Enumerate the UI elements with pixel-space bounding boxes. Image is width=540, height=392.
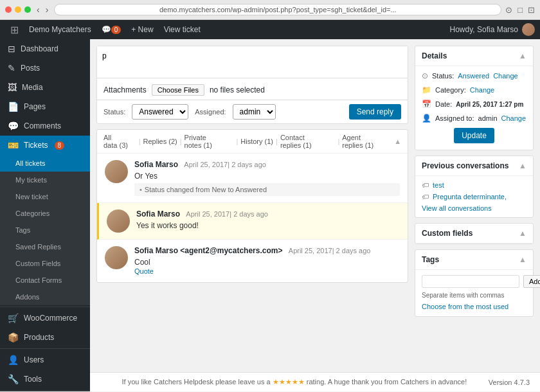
message-date: April 25, 2017| 2 days ago (184, 161, 266, 168)
tab-agent-replies[interactable]: Agent replies (1) (342, 134, 392, 149)
tags-hint: Separate items with commas (422, 292, 526, 299)
sidebar-item-tools[interactable]: 🔧 Tools (0, 370, 90, 389)
message-content: Sofia Marso April 25, 2017| 2 days ago O… (134, 160, 400, 196)
list-item: 🏷 test (422, 181, 526, 189)
left-panel: p Attachments Choose Files no files sele… (96, 46, 408, 366)
tags-input[interactable] (422, 275, 519, 288)
status-value: Answered (458, 72, 489, 80)
tags-input-row: Add (422, 275, 526, 288)
forward-button[interactable]: › (44, 4, 51, 15)
messages-list: Sofia Marso April 25, 2017| 2 days ago O… (97, 154, 408, 282)
custom-fields-toggle[interactable]: ▲ (519, 229, 526, 238)
tab-contact-replies[interactable]: Contact replies (1) (280, 134, 336, 149)
avatar (105, 160, 128, 183)
back-button[interactable]: ‹ (35, 4, 42, 15)
browser-icons: ⊙ □ ⊡ (505, 5, 535, 15)
sidebar-item-comments[interactable]: 💬 Comments (0, 116, 90, 136)
sidebar-item-my-tickets[interactable]: My tickets (0, 172, 90, 188)
custom-fields-panel: Custom fields ▲ (415, 223, 534, 244)
sidebar-item-addons[interactable]: Addons (0, 289, 90, 305)
wp-logo[interactable]: ⊞ (5, 24, 24, 36)
woocommerce-icon: 🛒 (8, 313, 19, 323)
maximize-button[interactable] (24, 6, 31, 13)
tab-private-notes[interactable]: Private notes (1) (184, 134, 234, 149)
conversation-link-1[interactable]: test (433, 181, 444, 189)
send-reply-button[interactable]: Send reply (349, 104, 401, 120)
date-icon: 📅 (422, 100, 431, 109)
sidebar-item-media[interactable]: 🖼 Media (0, 78, 90, 97)
message-body: Cool Quote (134, 258, 400, 276)
attachments-row: Attachments Choose Files no files select… (97, 80, 408, 100)
detail-category-row: 📁 Category: Change (422, 85, 526, 94)
sidebar-item-tickets[interactable]: 🎫 Tickets 8 (0, 136, 90, 155)
tab-history[interactable]: History (1) (240, 138, 273, 145)
user-info: Howdy, Sofia Marso (450, 23, 535, 36)
tab-replies[interactable]: Replies (2) (143, 138, 177, 145)
comments-icon[interactable]: 💬 0 (96, 20, 127, 39)
sidebar-item-users[interactable]: 👤 Users (0, 350, 90, 370)
browser-chrome: ‹ › demo.mycatchers.com/wp-admin/post.ph… (0, 0, 540, 20)
message-header: Sofia Marso <agent2@mycatchers.com> Apri… (134, 246, 400, 255)
content-area: p Attachments Choose Files no files sele… (90, 39, 540, 372)
products-icon: 📦 (8, 332, 19, 343)
date-label: Date: (435, 100, 452, 108)
resize-icon: ⊡ (528, 5, 535, 15)
sidebar-item-pages[interactable]: 📄 Pages (0, 97, 90, 116)
users-icon: 👤 (8, 355, 19, 365)
assigned-icon: 👤 (422, 114, 431, 123)
reply-box: p Attachments Choose Files no files sele… (96, 46, 408, 124)
comments-sidebar-icon: 💬 (8, 121, 19, 131)
address-bar[interactable]: demo.mycatchers.com/wp-admin/post.php?po… (54, 4, 501, 15)
new-button[interactable]: + New (126, 20, 158, 39)
quote-link[interactable]: Quote (134, 267, 154, 275)
date-value: April 25, 2017 1:27 pm (456, 101, 523, 108)
site-name[interactable]: Demo Mycatchers (24, 20, 96, 39)
sidebar-item-categories[interactable]: Categories (0, 205, 90, 222)
conversation-link-2[interactable]: Pregunta determinante, (433, 193, 507, 200)
footer-text-after: rating. A huge thank you from Catchers i… (307, 378, 467, 386)
collapse-tabs-button[interactable]: ▲ (394, 138, 401, 145)
assigned-change-link[interactable]: Change (501, 114, 526, 122)
status-label: Status: (104, 108, 125, 116)
assigned-select[interactable]: admin (233, 104, 276, 120)
close-button[interactable] (5, 6, 12, 13)
sidebar-item-dashboard[interactable]: ⊟ Dashboard (0, 39, 90, 58)
tag-icon: 🏷 (422, 193, 429, 200)
sidebar-item-custom-fields[interactable]: Custom Fields (0, 255, 90, 272)
category-change-link[interactable]: Change (470, 86, 495, 94)
message-header: Sofia Marso April 25, 2017| 2 days ago (136, 209, 400, 218)
tags-add-button[interactable]: Add (523, 275, 540, 288)
tags-toggle[interactable]: ▲ (519, 255, 526, 264)
view-all-conversations-link[interactable]: View all conversations (422, 204, 526, 212)
nav-buttons: ‹ › (35, 4, 50, 15)
pages-icon: 📄 (8, 102, 19, 112)
sidebar-item-tags[interactable]: Tags (0, 222, 90, 238)
sidebar-item-all-tickets[interactable]: All tickets (0, 155, 90, 172)
prev-conv-toggle[interactable]: ▲ (519, 161, 526, 170)
sidebar-item-products[interactable]: 📦 Products (0, 328, 90, 347)
user-avatar (522, 23, 535, 36)
choose-files-button[interactable]: Choose Files (152, 84, 204, 96)
sidebar-item-new-ticket[interactable]: New ticket (0, 188, 90, 205)
prev-conv-body: 🏷 test 🏷 Pregunta determinante, View all… (415, 176, 533, 217)
update-button[interactable]: Update (454, 128, 494, 143)
details-toggle[interactable]: ▲ (519, 51, 526, 60)
status-change: • Status changed from New to Answered (134, 183, 400, 196)
media-icon: 🖼 (8, 82, 17, 93)
sidebar-item-woocommerce[interactable]: 🛒 WooCommerce (0, 308, 90, 328)
view-ticket-button[interactable]: View ticket (159, 20, 206, 39)
sidebar-item-contact-forms[interactable]: Contact Forms (0, 272, 90, 289)
attachments-label: Attachments (104, 85, 147, 94)
reply-textarea[interactable]: p (97, 46, 408, 78)
bookmark-icon: □ (518, 5, 523, 15)
posts-icon: ✎ (8, 63, 15, 73)
choose-most-used-link[interactable]: Choose from the most used (422, 303, 509, 310)
minimize-button[interactable] (15, 6, 21, 13)
status-select[interactable]: Answered Open Closed (132, 104, 188, 120)
tab-all-data[interactable]: All data (3) (104, 134, 136, 149)
message-date: April 25, 2017| 2 days ago (186, 210, 268, 218)
sidebar-item-posts[interactable]: ✎ Posts (0, 58, 90, 78)
sidebar-item-saved-replies[interactable]: Saved Replies (0, 238, 90, 255)
status-change-link[interactable]: Change (493, 72, 518, 80)
custom-fields-header: Custom fields ▲ (415, 224, 533, 244)
